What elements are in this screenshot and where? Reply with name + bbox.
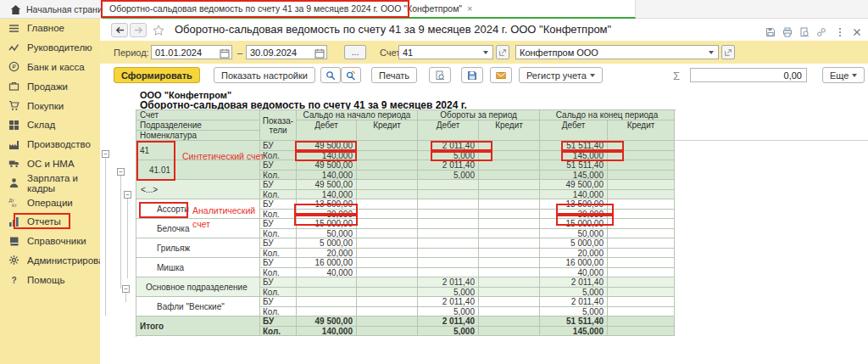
account-dropdown-icon[interactable] xyxy=(483,51,488,54)
more-button[interactable]: Еще xyxy=(822,67,865,83)
sidebar-item-factory[interactable]: Производство xyxy=(0,135,100,154)
indicator-cell[interactable]: БУ xyxy=(260,199,297,210)
sidebar-item-help[interactable]: ?Помощь xyxy=(0,270,100,289)
value-cell[interactable] xyxy=(608,151,675,161)
value-cell[interactable] xyxy=(608,277,675,288)
value-cell[interactable]: 2 011,40 xyxy=(418,160,479,171)
value-cell[interactable]: 140,000 xyxy=(297,327,357,337)
value-cell[interactable]: 51 511,40 xyxy=(540,141,608,151)
account-open-button[interactable] xyxy=(496,45,509,59)
value-cell[interactable] xyxy=(608,190,675,200)
value-cell[interactable]: 20,000 xyxy=(297,249,357,259)
value-cell[interactable] xyxy=(357,249,418,259)
value-cell[interactable]: 2 011,40 xyxy=(540,277,608,288)
value-cell[interactable] xyxy=(479,219,540,229)
value-cell[interactable] xyxy=(479,210,540,220)
value-cell[interactable]: 40,000 xyxy=(297,268,357,278)
indicator-cell[interactable]: БУ xyxy=(260,180,297,190)
value-cell[interactable]: 40,000 xyxy=(540,268,608,278)
indicator-cell[interactable]: Кол. xyxy=(260,190,297,200)
value-cell[interactable] xyxy=(357,219,418,229)
value-cell[interactable]: 2 011,40 xyxy=(418,141,479,151)
value-cell[interactable] xyxy=(479,238,540,249)
favorite-star-icon[interactable] xyxy=(153,24,164,35)
value-cell[interactable] xyxy=(608,238,675,249)
tree-expander[interactable] xyxy=(117,168,125,176)
value-cell[interactable] xyxy=(479,160,540,171)
value-cell[interactable] xyxy=(297,307,357,317)
value-cell[interactable]: 2 011,40 xyxy=(418,297,479,307)
indicator-cell[interactable]: Кол. xyxy=(260,268,297,278)
generate-button[interactable]: Сформировать xyxy=(114,67,200,83)
value-cell[interactable]: 51 511,40 xyxy=(540,160,608,171)
value-cell[interactable]: 5,000 xyxy=(418,327,479,337)
organization-open-button[interactable] xyxy=(721,45,735,59)
value-cell[interactable] xyxy=(608,210,675,220)
indicator-cell[interactable]: БУ xyxy=(260,277,297,288)
value-cell[interactable] xyxy=(418,268,479,278)
value-cell[interactable]: 145,000 xyxy=(540,327,608,337)
value-cell[interactable] xyxy=(357,307,418,317)
indicator-cell[interactable]: БУ xyxy=(260,160,297,171)
save-file-button[interactable] xyxy=(461,67,483,83)
value-cell[interactable]: 2 011,40 xyxy=(418,316,479,327)
row-label[interactable]: 41.01 xyxy=(136,160,260,180)
value-cell[interactable] xyxy=(418,238,479,249)
value-cell[interactable] xyxy=(479,151,540,161)
autosum-field[interactable] xyxy=(690,68,807,82)
value-cell[interactable] xyxy=(357,210,418,220)
sidebar-item-reports[interactable]: Отчеты xyxy=(0,212,100,232)
value-cell[interactable] xyxy=(357,238,418,249)
period-options-button[interactable]: ... xyxy=(344,45,366,59)
row-label[interactable]: <...> xyxy=(136,180,260,199)
value-cell[interactable] xyxy=(479,297,540,307)
print-button[interactable]: Печать xyxy=(371,67,417,83)
value-cell[interactable] xyxy=(479,268,540,278)
print-icon[interactable] xyxy=(782,25,793,36)
indicator-cell[interactable]: Кол. xyxy=(260,171,297,181)
search-button[interactable] xyxy=(320,67,341,83)
value-cell[interactable] xyxy=(479,258,540,268)
value-cell[interactable]: 145,000 xyxy=(540,171,608,181)
account-input[interactable] xyxy=(398,45,493,59)
value-cell[interactable]: 5 000,00 xyxy=(297,238,357,249)
row-label[interactable]: Мишка xyxy=(136,258,260,277)
value-cell[interactable]: 5,000 xyxy=(540,288,608,298)
value-cell[interactable] xyxy=(479,180,540,190)
calendar-icon[interactable] xyxy=(314,47,325,57)
value-cell[interactable] xyxy=(357,199,418,210)
value-cell[interactable] xyxy=(297,297,357,307)
value-cell[interactable]: 20,000 xyxy=(540,249,608,259)
sidebar-item-truck[interactable]: ОС и НМА xyxy=(0,154,100,174)
value-cell[interactable] xyxy=(479,229,540,239)
value-cell[interactable]: 49 500,00 xyxy=(297,316,357,327)
value-cell[interactable]: 5 000,00 xyxy=(540,238,608,249)
indicator-cell[interactable]: БУ xyxy=(260,219,297,229)
close-icon[interactable] xyxy=(852,25,862,36)
value-cell[interactable]: 2 011,40 xyxy=(540,297,608,307)
value-cell[interactable] xyxy=(418,210,479,220)
value-cell[interactable] xyxy=(479,288,540,298)
tab-report-active[interactable]: Оборотно-сальдовая ведомость по счету 41… xyxy=(102,0,636,19)
tree-expander[interactable] xyxy=(124,191,131,199)
row-label[interactable]: Белочка xyxy=(136,219,260,238)
value-cell[interactable]: 5,000 xyxy=(540,307,608,317)
value-cell[interactable] xyxy=(357,288,418,298)
value-cell[interactable]: 49 500,00 xyxy=(297,141,357,151)
indicator-cell[interactable]: БУ xyxy=(260,297,297,307)
value-cell[interactable] xyxy=(608,141,675,151)
value-cell[interactable] xyxy=(418,180,479,190)
indicator-cell[interactable]: Кол. xyxy=(260,288,297,298)
back-button[interactable] xyxy=(111,23,128,37)
value-cell[interactable] xyxy=(479,327,540,337)
save-icon[interactable] xyxy=(765,25,776,36)
sidebar-item-person[interactable]: Зарплата и кадры xyxy=(0,173,100,193)
value-cell[interactable]: 140,000 xyxy=(297,171,357,181)
value-cell[interactable] xyxy=(608,199,675,210)
value-cell[interactable]: 140,000 xyxy=(297,151,357,161)
row-label[interactable]: Итого xyxy=(136,316,260,336)
value-cell[interactable] xyxy=(479,199,540,210)
value-cell[interactable] xyxy=(357,268,418,278)
value-cell[interactable] xyxy=(418,199,479,210)
value-cell[interactable]: 5,000 xyxy=(418,171,479,181)
